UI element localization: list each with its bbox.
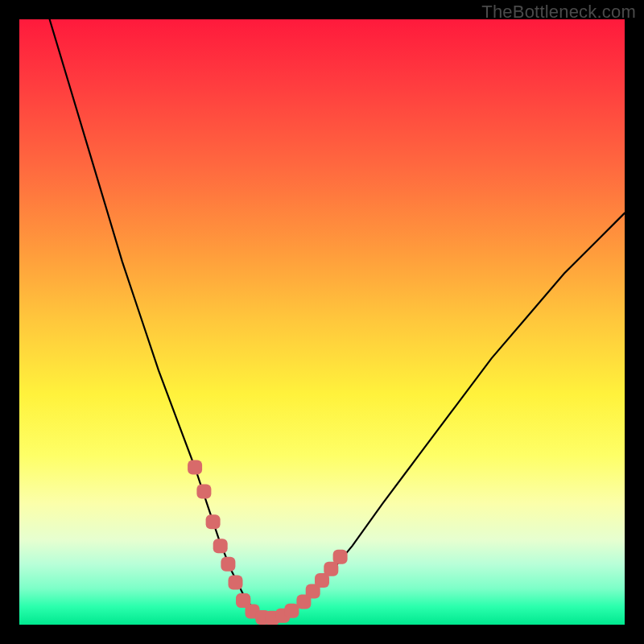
highlight-dots bbox=[188, 460, 348, 625]
chart-plot-area bbox=[19, 19, 625, 625]
bottleneck-curve bbox=[50, 19, 625, 619]
highlight-dot bbox=[221, 557, 235, 572]
highlight-dot bbox=[188, 460, 202, 475]
highlight-dot bbox=[333, 550, 348, 564]
chart-frame: TheBottleneck.com bbox=[0, 0, 644, 644]
highlight-dot bbox=[229, 575, 243, 589]
chart-svg bbox=[19, 19, 625, 625]
highlight-dot bbox=[206, 514, 221, 529]
highlight-dot bbox=[213, 539, 228, 553]
highlight-dot bbox=[196, 485, 211, 499]
watermark-text: TheBottleneck.com bbox=[481, 2, 636, 23]
highlight-dot bbox=[284, 604, 299, 618]
highlight-dot bbox=[324, 562, 338, 576]
